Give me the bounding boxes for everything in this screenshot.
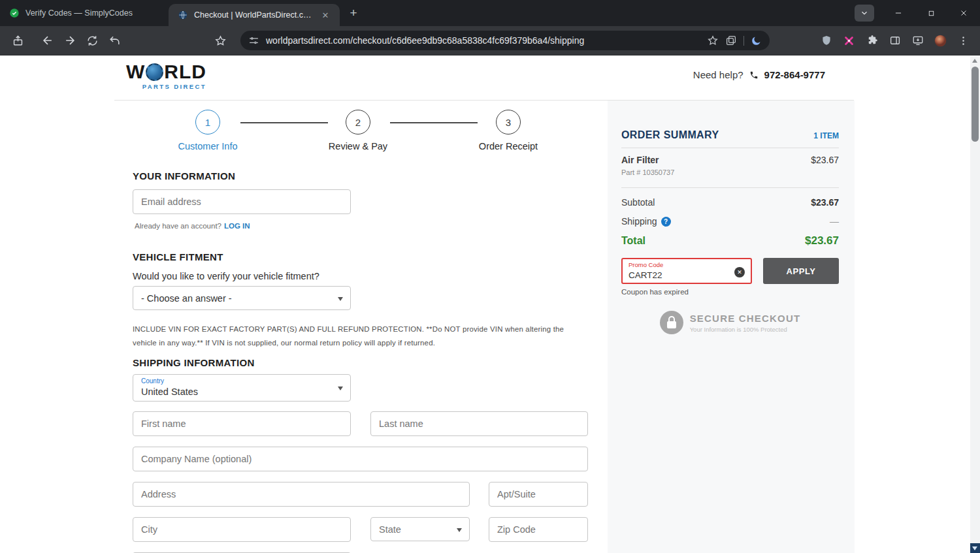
- shield-extension-button[interactable]: [816, 29, 836, 52]
- stack-icon[interactable]: [725, 35, 737, 46]
- state-select[interactable]: State: [370, 517, 470, 541]
- reload-icon: [86, 35, 99, 47]
- reload-button[interactable]: [81, 29, 103, 52]
- last-name-field[interactable]: [370, 411, 588, 436]
- tab-close-icon[interactable]: ✕: [320, 10, 331, 20]
- window-controls: [855, 0, 980, 26]
- bookmark-star-icon: [214, 35, 227, 47]
- maximize-button[interactable]: [915, 0, 947, 26]
- site-logo[interactable]: WRLD PARTS DIRECT: [126, 61, 206, 90]
- login-prompt: Already have an account?LOG IN: [135, 222, 588, 230]
- log-in-link[interactable]: LOG IN: [224, 222, 250, 230]
- back-button[interactable]: [37, 29, 59, 52]
- item-price: $23.67: [811, 155, 839, 165]
- shipping-info-icon[interactable]: [661, 217, 671, 227]
- menu-dots-icon: [958, 35, 969, 46]
- bookmark-star-button[interactable]: [209, 29, 231, 52]
- undo-icon: [108, 35, 121, 47]
- logo-text: RLD: [164, 61, 206, 82]
- clear-promo-icon[interactable]: [734, 267, 745, 277]
- shipping-row: Shipping —: [621, 216, 839, 227]
- email-field[interactable]: [133, 189, 351, 214]
- logo-text: W: [126, 61, 145, 82]
- new-tab-button[interactable]: +: [344, 3, 363, 23]
- item-count-badge: 1 ITEM: [813, 131, 839, 140]
- send-to-device-button[interactable]: [907, 29, 928, 52]
- chevron-down-icon: [860, 8, 869, 18]
- apply-button[interactable]: APPLY: [763, 258, 839, 284]
- chevron-down-icon: [338, 297, 343, 301]
- minimize-button[interactable]: [882, 0, 915, 26]
- step-3-label: Order Receipt: [456, 141, 561, 151]
- side-panel-button[interactable]: [885, 29, 905, 52]
- step-2-circle: 2: [346, 110, 370, 134]
- tab-strip: Verify Codes — SimplyCodes Checkout | Wo…: [0, 0, 980, 26]
- install-button[interactable]: [7, 29, 29, 52]
- forward-button[interactable]: [59, 29, 81, 52]
- shipping-information-title: SHIPPING INFORMATION: [133, 357, 588, 368]
- item-name: Air Filter: [621, 155, 659, 165]
- install-icon: [12, 35, 24, 47]
- divider: [621, 148, 839, 148]
- step-1-label: Customer Info: [155, 141, 260, 151]
- fitment-answer-value: - Choose an answer -: [141, 293, 232, 304]
- toolbar-right-icons: [816, 29, 973, 52]
- profile-avatar[interactable]: [930, 29, 951, 52]
- worldpartsdirect-favicon: [178, 10, 188, 20]
- tab-title: Checkout | WorldPartsDirect.com: [194, 10, 314, 20]
- send-to-device-icon: [912, 35, 924, 46]
- shipping-value: —: [830, 216, 839, 227]
- step-3-circle: 3: [496, 110, 521, 134]
- site-info-icon[interactable]: [248, 35, 259, 46]
- secure-checkout-subtitle: Your Information is 100% Protected: [690, 326, 801, 333]
- promo-code-input[interactable]: [623, 259, 751, 283]
- promo-row: Promo Code APPLY: [621, 258, 839, 284]
- zip-code-field[interactable]: [489, 517, 588, 542]
- scroll-up-arrow[interactable]: [972, 59, 977, 63]
- step-connector: [390, 122, 478, 123]
- scrollbar-thumb[interactable]: [972, 67, 979, 142]
- fitment-answer-select[interactable]: - Choose an answer -: [133, 286, 351, 310]
- need-help-label: Need help?: [693, 69, 743, 80]
- url-text[interactable]: worldpartsdirect.com/checkout/c6d6ee9db9…: [266, 35, 707, 46]
- need-help-block: Need help? 972-864-9777: [693, 69, 825, 80]
- shield-icon: [821, 35, 832, 46]
- address-bar[interactable]: worldpartsdirect.com/checkout/c6d6ee9db9…: [240, 31, 770, 50]
- tab-checkout-active[interactable]: Checkout | WorldPartsDirect.com ✕: [169, 4, 340, 26]
- side-panel-icon: [889, 35, 901, 46]
- checkout-stepper: 1 2 3 Customer Info Review & Pay Order R…: [133, 110, 588, 170]
- tab-search-button[interactable]: [855, 5, 874, 22]
- simplycodes-favicon: [9, 8, 20, 18]
- country-select[interactable]: Country United States: [133, 374, 351, 402]
- state-value: State: [379, 524, 401, 535]
- extensions-button[interactable]: [862, 29, 882, 52]
- order-summary-panel: ORDER SUMMARY 1 ITEM Air Filter $23.67 P…: [608, 101, 855, 553]
- order-summary-title: ORDER SUMMARY: [621, 129, 719, 141]
- moon-icon[interactable]: [751, 35, 762, 46]
- chevron-down-icon: [338, 387, 343, 390]
- separator: [743, 36, 744, 46]
- browser-window: Verify Codes — SimplyCodes Checkout | Wo…: [0, 0, 980, 553]
- apt-suite-field[interactable]: [489, 482, 588, 507]
- pink-extension-button[interactable]: [839, 29, 859, 52]
- phone-number[interactable]: 972-864-9777: [764, 69, 825, 80]
- first-name-field[interactable]: [133, 411, 351, 436]
- close-button[interactable]: [947, 0, 980, 26]
- browser-toolbar: worldpartsdirect.com/checkout/c6d6ee9db9…: [0, 26, 980, 55]
- star-icon[interactable]: [707, 35, 719, 46]
- chevron-down-icon: [457, 528, 462, 532]
- page-scrollbar[interactable]: [970, 56, 980, 553]
- checkout-form: 1 2 3 Customer Info Review & Pay Order R…: [133, 110, 588, 553]
- tab-simplycodes[interactable]: Verify Codes — SimplyCodes: [0, 0, 169, 26]
- vin-disclaimer: INCLUDE VIN FOR EXACT FACTORY PART(S) AN…: [133, 323, 588, 350]
- total-row: Total $23.67: [621, 234, 839, 247]
- forward-icon: [63, 34, 76, 47]
- city-field[interactable]: [133, 517, 351, 542]
- address-field[interactable]: [133, 482, 470, 507]
- company-name-field[interactable]: [133, 447, 588, 471]
- scroll-down-button[interactable]: [970, 543, 980, 553]
- country-label: Country: [141, 377, 164, 385]
- undo-button[interactable]: [103, 29, 125, 52]
- browser-menu-button[interactable]: [953, 29, 973, 52]
- pink-extension-icon: [843, 35, 855, 46]
